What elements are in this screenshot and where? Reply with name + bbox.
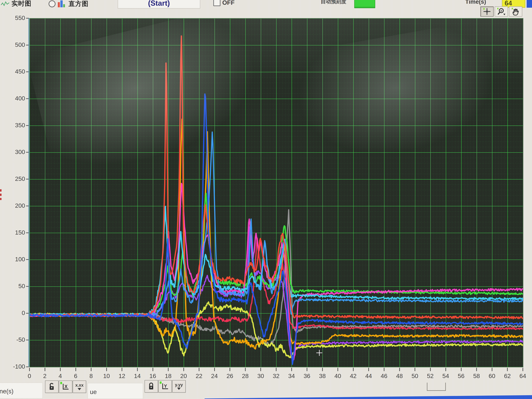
x-tick-label: 26 [222,372,237,380]
x-tick-label: 64 [515,372,531,380]
x-autoscale-button[interactable]: X [59,380,72,393]
lock-open-icon [49,383,55,391]
x-tick-label: 22 [191,372,207,380]
x-tick-label: 56 [454,372,469,380]
histogram-selector[interactable]: 直方图 [49,0,89,8]
x-tick-mark [106,368,107,371]
graph-palette [480,6,522,17]
realtime-tab-label: 实时图 [12,0,32,8]
x-tick-mark [492,368,492,371]
x-tick-mark [384,368,384,371]
y-format-button[interactable]: y.yy [172,380,186,393]
y-format-label: y.yy [175,383,183,387]
y-autoscale-button[interactable]: Y [158,380,172,393]
magnifier-icon [497,7,506,15]
pan-tool-button[interactable] [509,6,522,17]
x-tick-mark [476,368,477,371]
hand-icon [511,7,520,15]
y-tick-label: 250 [0,175,25,182]
y-lock-button[interactable] [145,380,158,393]
x-tick-mark [337,368,338,371]
x-tick-label: 52 [423,372,438,380]
x-tick-mark [214,368,215,371]
y-tick-label: 500 [0,41,25,48]
crosshair-icon [482,8,491,15]
y-axis-name-box[interactable]: ue [88,383,143,399]
y-tick-label: 450 [0,68,25,75]
x-tick-mark [168,368,169,371]
x-lock-button[interactable] [45,380,59,393]
auto-scale-label: 自动预刻度 [321,0,346,5]
x-tick-mark [507,368,508,371]
x-tick-label: 48 [392,372,407,380]
waveform-chart-svg [30,19,523,367]
x-tick-mark [137,368,138,371]
x-tick-label: 10 [99,372,114,380]
realtime-chart-selector[interactable]: 实时图 [1,0,32,8]
start-button[interactable]: (Start) [118,0,200,9]
auto-scale-control: 自动预刻度 [321,0,346,5]
radio-button[interactable] [49,0,56,7]
x-tick-mark [122,368,122,371]
x-tick-label: 14 [130,372,145,380]
x-tick-label: 20 [176,372,191,380]
x-tick-label: 32 [268,372,284,380]
app-screenshot: { "header": { "realtime_tab": "实时图", "hi… [0,0,532,399]
x-tick-mark [461,368,462,371]
y-tick-label: -50 [0,336,25,343]
dropdown-arrow-icon [177,388,181,390]
start-button-label: (Start) [148,0,170,7]
x-tick-mark [60,368,61,371]
x-tick-label: 38 [315,372,330,380]
x-tick-label: 0 [22,372,37,380]
y-tick-label: 100 [0,256,25,263]
x-tick-label: 62 [500,372,515,380]
waveform-chart-area[interactable] [29,18,523,367]
taskbar-edge [205,395,532,399]
zoom-tool-button[interactable] [495,6,508,17]
x-tick-label: 28 [238,372,253,380]
x-tick-label: 6 [68,372,83,380]
x-tick-label: 34 [284,372,299,380]
x-tick-label: 58 [469,372,484,380]
dropdown-arrow-icon [78,388,81,390]
x-tick-label: 40 [330,372,345,380]
top-toolbar: 实时图 直方图 (Start) OFF 自动预刻度 Time(s) 64 [0,0,532,18]
x-tick-mark [29,368,30,371]
plot-left-edge [28,18,29,367]
x-tick-label: 46 [376,372,392,380]
time-axis-label: Time(s) [465,0,486,5]
off-toggle[interactable]: OFF [213,0,234,6]
x-tick-mark [184,368,184,371]
x-tick-mark [76,368,76,371]
x-tick-mark [445,368,446,371]
lock-closed-icon [148,382,154,390]
cursor-tool-button[interactable] [480,6,494,17]
x-autoscale-led [60,382,62,384]
x-format-button[interactable]: x.xx [73,380,86,393]
auto-scale-green-button[interactable] [354,0,375,8]
x-tick-label: 2 [37,372,53,380]
x-axis-name-box[interactable]: ne(s) [0,383,43,399]
y-tick-label: 300 [0,148,25,155]
x-tick-label: 54 [438,372,453,380]
x-autoscale-icon: X [62,383,69,390]
x-tick-label: 8 [83,372,99,380]
x-tick-label: 60 [484,372,500,380]
x-tick-mark [260,368,261,371]
x-format-label: x.xx [75,383,83,387]
off-checkbox[interactable] [213,0,221,6]
window-corner-element [527,0,532,8]
x-tick-mark [353,368,354,371]
clipped-left-edge-element [0,189,1,200]
partial-control-outline [427,383,446,391]
x-tick-mark [45,368,45,371]
histogram-tab-label: 直方图 [69,0,89,8]
x-tick-label: 36 [299,372,315,380]
x-tick-label: 12 [114,372,130,380]
bar-chart-icon [57,0,67,8]
y-autoscale-icon: Y [161,383,169,390]
x-tick-mark [229,368,230,371]
x-tick-label: 18 [160,372,176,380]
x-tick-mark [415,368,415,371]
